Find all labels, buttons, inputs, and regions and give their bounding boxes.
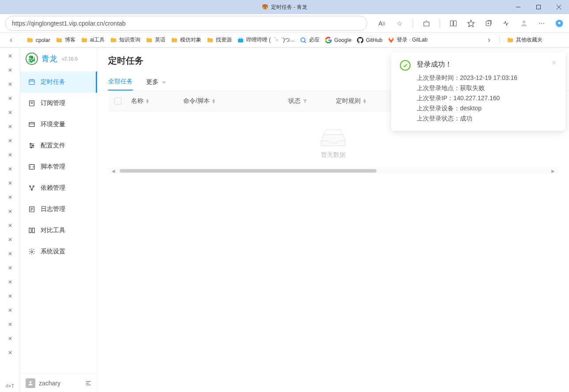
vtab-item[interactable]: ✕ xyxy=(0,318,20,331)
menu-diff[interactable]: 对比工具 xyxy=(20,220,97,241)
bookmark-folder[interactable]: 英语 xyxy=(146,36,166,44)
svg-rect-26 xyxy=(29,122,34,126)
favorite-icon[interactable]: ☆ xyxy=(395,19,404,28)
vtab-item[interactable]: ✕ xyxy=(0,261,20,275)
menu-settings[interactable]: 系统设置 xyxy=(20,241,97,262)
svg-line-15 xyxy=(239,38,240,39)
close-button[interactable] xyxy=(549,0,569,14)
window-titlebar: 🐯 定时任务 - 青龙 xyxy=(0,0,569,14)
bookmark-other-folder[interactable]: 其他收藏夹 xyxy=(507,36,543,44)
bookmark-bilibili[interactable]: 哔哩哔哩 (゜-゜)つ... xyxy=(237,36,294,44)
scrollbar-thumb[interactable] xyxy=(120,169,377,173)
divider xyxy=(499,36,500,44)
favorites-icon[interactable] xyxy=(467,19,475,28)
scroll-right-icon[interactable]: ▶ xyxy=(551,169,555,173)
window-controls xyxy=(508,0,569,14)
menu-cron[interactable]: 定时任务 xyxy=(20,72,97,93)
extensions-icon[interactable] xyxy=(422,19,431,28)
minimize-button[interactable] xyxy=(508,0,528,14)
scroll-left-icon[interactable]: ◀ xyxy=(112,169,115,173)
user-avatar[interactable] xyxy=(26,378,35,388)
vtab-item[interactable]: ✕ xyxy=(0,177,20,190)
notification-close-icon[interactable] xyxy=(551,60,557,124)
filter-icon[interactable] xyxy=(302,98,308,104)
tab-more[interactable]: 更多 xyxy=(146,73,166,90)
vtab-item[interactable]: ✕ xyxy=(0,219,20,232)
bookmark-folder[interactable]: 模仿对象 xyxy=(171,36,201,44)
vtab-item[interactable]: ✕ xyxy=(0,92,20,105)
vtab-item[interactable]: ✕ xyxy=(0,332,20,345)
bookmark-bing[interactable]: 必应 xyxy=(300,36,320,44)
vtab-item[interactable]: ✕ xyxy=(0,346,20,359)
bookmark-gitlab[interactable]: 登录 · GitLab xyxy=(388,36,427,44)
svg-rect-5 xyxy=(454,21,456,26)
vtab-item[interactable]: ✕ xyxy=(0,304,20,317)
bookmark-folder[interactable]: 找资源 xyxy=(207,36,232,44)
menu-subscription[interactable]: 订阅管理 xyxy=(20,93,97,114)
collections-icon[interactable] xyxy=(484,19,493,28)
bookmark-folder[interactable]: ai工具 xyxy=(81,36,105,44)
horizontal-scrollbar[interactable]: ◀ ▶ xyxy=(108,168,558,174)
app-logo[interactable]: 🐉 青龙 v2.16.5 xyxy=(20,48,97,70)
menu-deps[interactable]: 依赖管理 xyxy=(20,177,97,199)
tab-all-tasks[interactable]: 全部任务 xyxy=(108,73,133,90)
bookmark-folder[interactable]: 博客 xyxy=(56,36,75,44)
vtab-item[interactable]: ✕ xyxy=(0,191,20,204)
col-status[interactable]: 状态 xyxy=(288,97,332,105)
bookmarks-back-icon[interactable] xyxy=(8,37,14,43)
svg-rect-4 xyxy=(450,21,453,26)
schedule-icon xyxy=(28,79,35,86)
bookmark-folder[interactable]: 知识查询 xyxy=(110,36,140,44)
vtab-item[interactable]: ✕ xyxy=(0,290,20,303)
window-title: 定时任务 - 青龙 xyxy=(271,4,308,11)
success-icon xyxy=(400,60,411,71)
more-icon[interactable]: ⋯ xyxy=(537,19,546,28)
svg-rect-44 xyxy=(29,228,31,233)
select-all-checkbox[interactable] xyxy=(114,98,121,105)
performance-icon[interactable] xyxy=(502,19,511,28)
inbox-icon xyxy=(320,129,347,147)
vtab-item[interactable]: ✕ xyxy=(0,49,20,63)
svg-line-39 xyxy=(32,187,34,189)
vtab-item[interactable]: ✕ xyxy=(0,106,20,119)
col-cmd[interactable]: 命令/脚本▲▼ xyxy=(183,97,285,105)
diff-icon xyxy=(28,227,35,234)
login-success-notification: 登录成功！ 上次登录时间：2023-12-19 17:03:16 上次登录地点：… xyxy=(391,52,565,131)
bookmark-google[interactable]: Google xyxy=(325,37,351,44)
vtab-item[interactable]: ✕ xyxy=(0,148,20,162)
menu-scripts[interactable]: 脚本管理 xyxy=(20,156,97,177)
vtab-item[interactable]: ✕ xyxy=(0,134,20,147)
svg-line-38 xyxy=(30,187,32,189)
vtab-item[interactable]: ✕ xyxy=(0,120,20,133)
read-aloud-icon[interactable]: A)) xyxy=(377,19,386,28)
bookmarks-bar: cpolar 博客 ai工具 知识查询 英语 模仿对象 找资源 哔哩哔哩 (゜-… xyxy=(0,33,569,48)
vtab-item[interactable]: ✕ xyxy=(0,275,20,289)
menu-logs[interactable]: 日志管理 xyxy=(20,199,97,220)
vtab-item[interactable]: ✕ xyxy=(0,205,20,218)
sidebar-menu: 定时任务 订阅管理 环境变量 配置文件 脚本管理 依赖管理 日志管理 对比工具 … xyxy=(20,70,97,373)
logo-icon: 🐉 xyxy=(26,53,38,65)
bookmark-folder[interactable]: cpolar xyxy=(26,37,50,44)
profile-icon[interactable] xyxy=(520,19,528,28)
split-screen-icon[interactable] xyxy=(449,19,458,28)
svg-point-47 xyxy=(30,381,32,383)
log-icon xyxy=(28,206,35,213)
vtab-item[interactable]: ✕ xyxy=(0,247,20,260)
vtab-shortcut-hint: rl+T xyxy=(0,380,20,392)
vtab-item[interactable]: ✕ xyxy=(0,162,20,176)
vtab-item[interactable]: ✕ xyxy=(0,64,20,77)
vtab-item[interactable]: ✕ xyxy=(0,233,20,246)
collapse-sidebar-icon[interactable] xyxy=(85,380,92,387)
bookmark-github[interactable]: GitHub xyxy=(357,37,382,44)
vtab-item[interactable]: ✕ xyxy=(0,78,20,91)
url-input[interactable]: https://qinglongtest1.vip.cpolar.cn/cron… xyxy=(5,16,367,31)
bookmarks-overflow-icon[interactable] xyxy=(486,37,492,43)
menu-config[interactable]: 配置文件 xyxy=(20,135,97,156)
notification-title: 登录成功！ xyxy=(417,60,545,69)
copilot-icon[interactable] xyxy=(555,19,564,28)
col-rule[interactable]: 定时规则▲▼ xyxy=(336,97,398,105)
rss-icon xyxy=(28,100,35,107)
menu-env[interactable]: 环境变量 xyxy=(20,114,97,135)
col-name[interactable]: 名称▲▼ xyxy=(131,97,180,105)
maximize-button[interactable] xyxy=(528,0,549,14)
